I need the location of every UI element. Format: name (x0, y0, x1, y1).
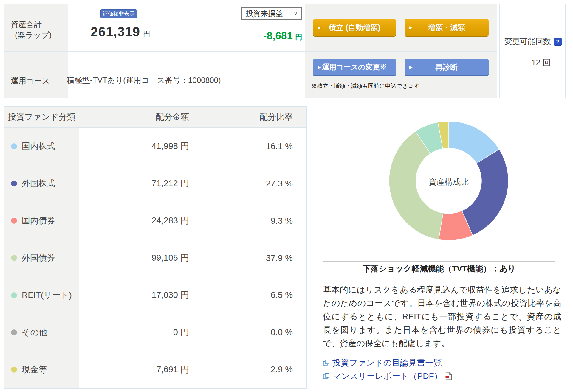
amount-cell: 24,283 円 (79, 202, 189, 239)
category-color-dot (11, 292, 17, 298)
document-links: 投資ファンドの目論見書一覧 マンスリーレポート（PDF） (323, 357, 452, 382)
category-label: REIT(リート) (22, 290, 72, 301)
right-arrow-icon: ▶ (318, 25, 321, 30)
monthly-report-link-label: マンスリーレポート（PDF） (332, 371, 442, 382)
prospectus-link-label: 投資ファンドの目論見書一覧 (332, 357, 442, 368)
category-cell: 外国株式 (4, 165, 79, 202)
change-count-panel: 変更可能回数 ? 12 回 (499, 4, 566, 98)
pdf-file-icon (445, 372, 452, 380)
category-cell: 外国債券 (4, 239, 79, 277)
amount-cell: 41,998 円 (79, 128, 189, 165)
row-divider (4, 51, 497, 52)
amount-cell: 7,691 円 (79, 351, 189, 388)
category-label: 国内債券 (22, 215, 55, 226)
category-label: 国内株式 (22, 141, 55, 152)
raku-wrap-dashboard: 資産合計 (楽ラップ) 評価額非表示 261,319円 投資来損益 ∨ -8,6… (0, 0, 573, 392)
ratio-cell: 37.9 % (189, 239, 293, 277)
amount-cell: 71,212 円 (79, 165, 189, 202)
ratio-cell: 27.3 % (189, 165, 293, 202)
allocation-row: REIT(リート)17,030 円6.5 % (4, 276, 306, 314)
amount-cell: 17,030 円 (79, 276, 189, 314)
header-allocation-amount: 配分金額 (79, 111, 189, 123)
right-arrow-icon: ▶ (409, 65, 412, 69)
ratio-cell: 16.1 % (189, 128, 293, 165)
monthly-report-link[interactable]: マンスリーレポート（PDF） (323, 370, 452, 382)
course-description: 基本的にはリスクをある程度見込んで収益性を追求したいあなたのためのコースです。日… (323, 283, 561, 350)
change-count-label: 変更可能回数 (504, 36, 551, 47)
tvt-feature-title: 下落ショック軽減機能（TVT機能） (363, 263, 491, 274)
course-note: ※積立・増額・減額も同時に申込できます (311, 82, 420, 90)
allocation-row: 国内株式41,998 円16.1 % (4, 128, 306, 165)
category-cell: 現金等 (4, 351, 79, 388)
help-icon[interactable]: ? (554, 38, 562, 46)
header-allocation-ratio: 配分比率 (189, 111, 293, 123)
category-label: 現金等 (22, 364, 47, 375)
pl-period-select[interactable]: 投資来損益 ∨ (241, 7, 302, 20)
ratio-cell: 0.0 % (189, 314, 293, 351)
tvt-feature-box: 下落ショック軽減機能（TVT機能）：あり (323, 261, 555, 276)
category-color-dot (11, 367, 17, 373)
zougaku-genngaku-button[interactable]: ▶ 増額・減額 (405, 19, 489, 36)
hide-valuation-button[interactable]: 評価額非表示 (100, 9, 137, 18)
course-value: 積極型-TVTあり(運用コース番号：1000800) (67, 75, 221, 85)
header-fund-category: 投資ファンド分類 (4, 111, 79, 123)
ratio-cell: 2.9 % (189, 351, 293, 388)
allocation-row: 国内債券24,283 円9.3 % (4, 202, 306, 239)
category-label: 外国株式 (22, 178, 55, 189)
rediagnose-button[interactable]: ▶ 再診断 (405, 59, 489, 75)
category-cell: REIT(リート) (4, 276, 79, 314)
tvt-feature-status: ：あり (491, 263, 516, 274)
ratio-cell: 6.5 % (189, 276, 293, 314)
category-label: その他 (22, 327, 47, 338)
window-link-icon (323, 360, 329, 366)
chart-center-label: 資産構成比 (386, 177, 511, 187)
change-count-value: 12 回 (500, 57, 565, 68)
right-arrow-icon: ▶ (409, 25, 412, 30)
right-arrow-icon: ▶ (318, 65, 321, 69)
ratio-cell: 9.3 % (189, 202, 293, 239)
allocation-row: 外国株式71,212 円27.3 % (4, 165, 306, 202)
category-color-dot (11, 143, 17, 149)
category-cell: 国内債券 (4, 202, 79, 239)
pl-period-selected-value: 投資来損益 (246, 9, 283, 18)
total-assets-label: 資産合計 (楽ラップ) (11, 19, 52, 41)
chevron-down-icon: ∨ (294, 10, 298, 17)
category-cell: その他 (4, 314, 79, 351)
allocation-table-body: 国内株式41,998 円16.1 %外国株式71,212 円27.3 %国内債券… (4, 128, 306, 388)
total-assets-value: 261,319円 (76, 24, 165, 39)
allocation-row: 現金等7,691 円2.9 % (4, 351, 306, 388)
allocation-table-header: 投資ファンド分類 配分金額 配分比率 (4, 107, 306, 128)
category-color-dot (11, 181, 17, 186)
amount-cell: 99,105 円 (79, 239, 189, 277)
tsumitate-button[interactable]: ▶ 積立 (自動増額) (313, 19, 396, 36)
window-link-icon (323, 373, 329, 379)
category-color-dot (11, 329, 17, 335)
donut-slice-1 (462, 149, 508, 235)
course-label: 運用コース (11, 76, 50, 86)
amount-cell: 0 円 (79, 314, 189, 351)
summary-panel: 資産合計 (楽ラップ) 評価額非表示 261,319円 投資来損益 ∨ -8,6… (4, 4, 497, 98)
course-label-cell (4, 52, 68, 98)
allocation-row: その他0 円0.0 % (4, 314, 306, 351)
allocation-row: 外国債券99,105 円37.9 % (4, 239, 306, 277)
category-color-dot (11, 255, 17, 261)
prospectus-link[interactable]: 投資ファンドの目論見書一覧 (323, 357, 452, 369)
category-cell: 国内株式 (4, 128, 79, 165)
category-color-dot (11, 218, 17, 224)
category-label: 外国債券 (22, 252, 55, 264)
pl-value: -8,681円 (195, 30, 302, 42)
course-change-button[interactable]: ▶ 運用コースの変更※ (313, 59, 396, 75)
allocation-table: 投資ファンド分類 配分金額 配分比率 国内株式41,998 円16.1 %外国株… (4, 106, 307, 389)
